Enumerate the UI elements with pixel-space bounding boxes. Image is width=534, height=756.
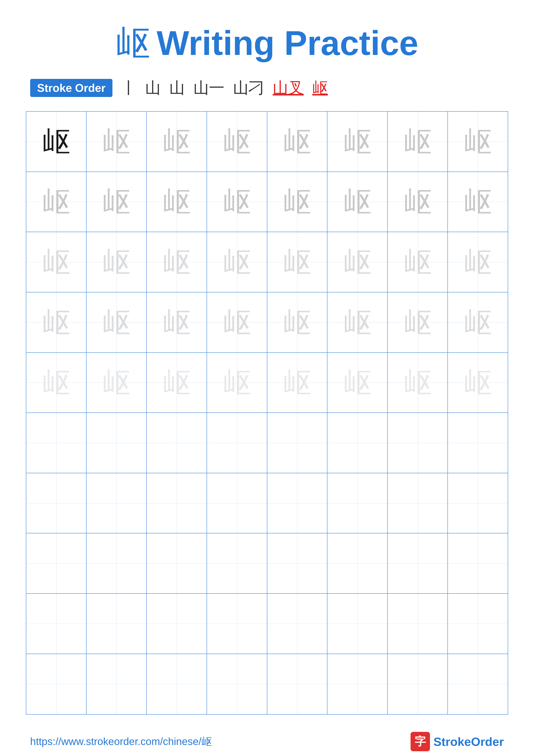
grid-cell[interactable]: [327, 473, 388, 534]
practice-char: 岖: [343, 188, 371, 216]
grid-cell[interactable]: 岖: [267, 172, 328, 232]
stroke-step-7: 岖: [312, 78, 328, 98]
grid-cell[interactable]: [267, 594, 328, 654]
cell-guides: [26, 533, 86, 593]
grid-cell[interactable]: 岖: [267, 353, 328, 413]
grid-cell[interactable]: 岖: [388, 292, 448, 353]
grid-cell[interactable]: 岖: [388, 172, 448, 232]
cell-guides: [388, 413, 447, 473]
cell-guides: [207, 594, 267, 654]
grid-cell[interactable]: [327, 594, 388, 654]
grid-cell[interactable]: [147, 533, 207, 594]
cell-guides: [388, 654, 447, 715]
grid-cell[interactable]: [26, 473, 87, 534]
grid-cell[interactable]: [267, 533, 328, 594]
grid-cell[interactable]: [87, 654, 147, 715]
practice-char: 岖: [163, 309, 191, 337]
grid-cell[interactable]: 岖: [448, 353, 508, 413]
grid-cell[interactable]: [267, 473, 328, 534]
grid-cell[interactable]: 岖: [207, 232, 267, 292]
grid-cell[interactable]: [26, 533, 87, 594]
grid-cell[interactable]: [388, 594, 448, 654]
grid-cell[interactable]: 岖: [207, 112, 267, 172]
grid-cell[interactable]: [26, 654, 87, 715]
cell-guides: [26, 413, 86, 473]
practice-char: 岖: [343, 248, 371, 276]
grid-cell[interactable]: 岖: [448, 172, 508, 232]
grid-cell[interactable]: 岖: [147, 232, 207, 292]
grid-cell[interactable]: [87, 413, 147, 473]
grid-cell[interactable]: [147, 594, 207, 654]
grid-cell[interactable]: [87, 594, 147, 654]
grid-cell[interactable]: 岖: [147, 353, 207, 413]
grid-cell[interactable]: 岖: [327, 112, 388, 172]
grid-cell[interactable]: [327, 654, 388, 715]
grid-cell[interactable]: 岖: [26, 232, 87, 292]
cell-guides: [207, 654, 267, 715]
grid-cell[interactable]: 岖: [207, 292, 267, 353]
grid-cell[interactable]: 岖: [327, 292, 388, 353]
grid-cell[interactable]: 岖: [448, 232, 508, 292]
grid-cell[interactable]: [267, 654, 328, 715]
grid-cell[interactable]: 岖: [147, 112, 207, 172]
grid-cell[interactable]: [388, 413, 448, 473]
grid-cell[interactable]: 岖: [448, 292, 508, 353]
grid-cell[interactable]: [448, 594, 508, 654]
grid-cell[interactable]: [448, 413, 508, 473]
grid-cell[interactable]: [26, 594, 87, 654]
stroke-step-5: 山刁: [233, 78, 264, 98]
grid-cell[interactable]: 岖: [448, 112, 508, 172]
grid-cell[interactable]: 岖: [327, 172, 388, 232]
grid-cell[interactable]: 岖: [87, 353, 147, 413]
grid-cell[interactable]: [327, 413, 388, 473]
grid-cell[interactable]: 岖: [267, 112, 328, 172]
grid-cell[interactable]: 岖: [327, 232, 388, 292]
grid-row-3: 岖 岖 岖 岖 岖 岖 岖: [26, 232, 508, 292]
grid-cell[interactable]: 岖: [388, 232, 448, 292]
grid-cell[interactable]: [448, 533, 508, 594]
grid-cell[interactable]: [87, 473, 147, 534]
grid-cell[interactable]: 岖: [87, 112, 147, 172]
grid-cell[interactable]: 岖: [267, 232, 328, 292]
grid-cell[interactable]: [207, 533, 267, 594]
cell-guides: [388, 473, 447, 533]
grid-cell[interactable]: 岖: [87, 292, 147, 353]
grid-cell[interactable]: [448, 654, 508, 715]
grid-cell[interactable]: [147, 654, 207, 715]
footer-url[interactable]: https://www.strokeorder.com/chinese/岖: [30, 735, 212, 748]
practice-char: 岖: [464, 309, 492, 337]
grid-cell[interactable]: [87, 533, 147, 594]
grid-cell[interactable]: [448, 473, 508, 534]
grid-cell[interactable]: [207, 594, 267, 654]
stroke-step-3: 山: [169, 78, 185, 98]
grid-cell[interactable]: 岖: [207, 172, 267, 232]
grid-cell[interactable]: 岖: [327, 353, 388, 413]
practice-char: 岖: [223, 188, 251, 216]
grid-cell[interactable]: [267, 413, 328, 473]
grid-cell[interactable]: [207, 654, 267, 715]
grid-cell[interactable]: 岖: [26, 292, 87, 353]
grid-row-6: [26, 413, 508, 473]
grid-cell[interactable]: 岖: [388, 112, 448, 172]
grid-cell[interactable]: 岖: [26, 353, 87, 413]
grid-cell[interactable]: 岖: [26, 172, 87, 232]
grid-cell[interactable]: 岖: [388, 353, 448, 413]
grid-cell[interactable]: [388, 533, 448, 594]
grid-cell[interactable]: [388, 654, 448, 715]
grid-cell[interactable]: [147, 473, 207, 534]
grid-cell[interactable]: 岖: [87, 172, 147, 232]
grid-cell[interactable]: 岖: [87, 232, 147, 292]
grid-cell[interactable]: [207, 473, 267, 534]
grid-cell[interactable]: 岖: [147, 292, 207, 353]
grid-cell[interactable]: 岖: [207, 353, 267, 413]
stroke-step-6: 山叉: [273, 78, 304, 98]
grid-cell[interactable]: 岖: [147, 172, 207, 232]
grid-cell[interactable]: [26, 413, 87, 473]
grid-cell[interactable]: [327, 533, 388, 594]
stroke-step-1: 丨: [121, 78, 137, 98]
grid-cell[interactable]: 岖: [267, 292, 328, 353]
grid-cell[interactable]: [207, 413, 267, 473]
grid-cell[interactable]: [388, 473, 448, 534]
grid-cell[interactable]: 岖: [26, 112, 87, 172]
grid-cell[interactable]: [147, 413, 207, 473]
